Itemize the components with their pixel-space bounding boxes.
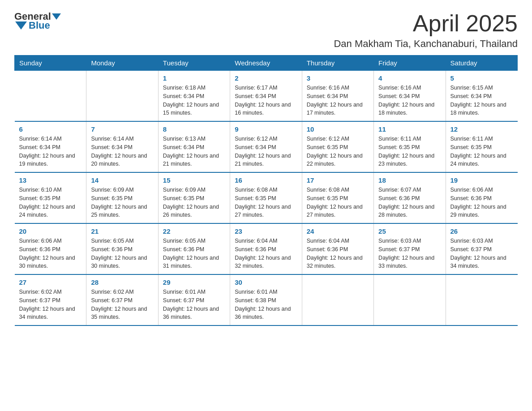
day-info: Sunrise: 6:05 AMSunset: 6:36 PMDaylight:… [91, 237, 153, 270]
day-info: Sunrise: 6:17 AMSunset: 6:34 PMDaylight:… [235, 84, 297, 117]
day-number: 12 [450, 125, 513, 133]
day-number: 3 [307, 74, 369, 82]
logo-triangle-icon [15, 21, 27, 30]
day-info: Sunrise: 6:02 AMSunset: 6:37 PMDaylight:… [19, 288, 82, 321]
day-info: Sunrise: 6:16 AMSunset: 6:34 PMDaylight:… [307, 84, 369, 117]
day-number: 14 [91, 176, 153, 184]
day-number: 7 [91, 125, 153, 133]
column-header-friday: Friday [374, 56, 446, 71]
month-title: April 2025 [334, 11, 518, 36]
calendar-cell: 14Sunrise: 6:09 AMSunset: 6:35 PMDayligh… [86, 172, 158, 223]
day-number: 23 [235, 227, 297, 235]
calendar-cell: 13Sunrise: 6:10 AMSunset: 6:35 PMDayligh… [15, 172, 86, 223]
day-number: 29 [163, 278, 225, 286]
logo: General Blue [14, 11, 62, 31]
title-block: April 2025 Dan Makham Tia, Kanchanaburi,… [334, 11, 518, 50]
calendar-cell: 16Sunrise: 6:08 AMSunset: 6:35 PMDayligh… [230, 172, 302, 223]
calendar-week-1: 1Sunrise: 6:18 AMSunset: 6:34 PMDaylight… [15, 71, 518, 122]
calendar-body: 1Sunrise: 6:18 AMSunset: 6:34 PMDaylight… [15, 71, 518, 326]
day-info: Sunrise: 6:15 AMSunset: 6:34 PMDaylight:… [450, 84, 513, 117]
day-number: 8 [163, 125, 225, 133]
day-info: Sunrise: 6:01 AMSunset: 6:38 PMDaylight:… [235, 288, 297, 321]
day-info: Sunrise: 6:12 AMSunset: 6:34 PMDaylight:… [235, 135, 297, 168]
calendar-cell: 5Sunrise: 6:15 AMSunset: 6:34 PMDaylight… [446, 71, 517, 122]
day-number: 13 [19, 176, 82, 184]
day-info: Sunrise: 6:09 AMSunset: 6:35 PMDaylight:… [163, 186, 225, 219]
day-number: 6 [19, 125, 82, 133]
calendar-cell: 18Sunrise: 6:07 AMSunset: 6:36 PMDayligh… [374, 172, 446, 223]
column-header-wednesday: Wednesday [230, 56, 302, 71]
day-number: 28 [91, 278, 153, 286]
calendar-cell: 22Sunrise: 6:05 AMSunset: 6:36 PMDayligh… [158, 223, 230, 274]
column-header-saturday: Saturday [446, 56, 517, 71]
day-info: Sunrise: 6:11 AMSunset: 6:35 PMDaylight:… [378, 135, 441, 168]
day-info: Sunrise: 6:16 AMSunset: 6:34 PMDaylight:… [378, 84, 441, 117]
calendar-cell [15, 71, 86, 122]
day-info: Sunrise: 6:03 AMSunset: 6:37 PMDaylight:… [450, 237, 513, 270]
day-info: Sunrise: 6:09 AMSunset: 6:35 PMDaylight:… [91, 186, 153, 219]
day-number: 22 [163, 227, 225, 235]
day-number: 4 [378, 74, 441, 82]
calendar-week-4: 20Sunrise: 6:06 AMSunset: 6:36 PMDayligh… [15, 223, 518, 274]
calendar-cell [302, 274, 373, 325]
day-number: 15 [163, 176, 225, 184]
column-header-sunday: Sunday [15, 56, 86, 71]
calendar-cell: 7Sunrise: 6:14 AMSunset: 6:34 PMDaylight… [86, 121, 158, 172]
day-number: 25 [378, 227, 441, 235]
calendar-cell: 25Sunrise: 6:03 AMSunset: 6:37 PMDayligh… [374, 223, 446, 274]
calendar-cell [446, 274, 517, 325]
day-number: 24 [307, 227, 369, 235]
calendar-cell: 9Sunrise: 6:12 AMSunset: 6:34 PMDaylight… [230, 121, 302, 172]
calendar-cell: 1Sunrise: 6:18 AMSunset: 6:34 PMDaylight… [158, 71, 230, 122]
day-info: Sunrise: 6:04 AMSunset: 6:36 PMDaylight:… [235, 237, 297, 270]
calendar-cell: 3Sunrise: 6:16 AMSunset: 6:34 PMDaylight… [302, 71, 373, 122]
calendar-week-2: 6Sunrise: 6:14 AMSunset: 6:34 PMDaylight… [15, 121, 518, 172]
day-info: Sunrise: 6:11 AMSunset: 6:35 PMDaylight:… [450, 135, 513, 168]
calendar-week-3: 13Sunrise: 6:10 AMSunset: 6:35 PMDayligh… [15, 172, 518, 223]
calendar-cell: 2Sunrise: 6:17 AMSunset: 6:34 PMDaylight… [230, 71, 302, 122]
calendar-header: SundayMondayTuesdayWednesdayThursdayFrid… [15, 56, 518, 71]
calendar-cell: 20Sunrise: 6:06 AMSunset: 6:36 PMDayligh… [15, 223, 86, 274]
calendar-cell: 11Sunrise: 6:11 AMSunset: 6:35 PMDayligh… [374, 121, 446, 172]
calendar-cell: 27Sunrise: 6:02 AMSunset: 6:37 PMDayligh… [15, 274, 86, 325]
day-number: 27 [19, 278, 82, 286]
calendar-cell [374, 274, 446, 325]
calendar-cell: 8Sunrise: 6:13 AMSunset: 6:34 PMDaylight… [158, 121, 230, 172]
calendar-cell: 17Sunrise: 6:08 AMSunset: 6:35 PMDayligh… [302, 172, 373, 223]
calendar-cell: 19Sunrise: 6:06 AMSunset: 6:36 PMDayligh… [446, 172, 517, 223]
day-number: 2 [235, 74, 297, 82]
day-info: Sunrise: 6:03 AMSunset: 6:37 PMDaylight:… [378, 237, 441, 270]
day-number: 1 [163, 74, 225, 82]
calendar-cell: 10Sunrise: 6:12 AMSunset: 6:35 PMDayligh… [302, 121, 373, 172]
calendar-cell: 30Sunrise: 6:01 AMSunset: 6:38 PMDayligh… [230, 274, 302, 325]
calendar-cell: 6Sunrise: 6:14 AMSunset: 6:34 PMDaylight… [15, 121, 86, 172]
calendar-cell: 15Sunrise: 6:09 AMSunset: 6:35 PMDayligh… [158, 172, 230, 223]
calendar-cell: 29Sunrise: 6:01 AMSunset: 6:37 PMDayligh… [158, 274, 230, 325]
day-number: 16 [235, 176, 297, 184]
calendar-cell: 26Sunrise: 6:03 AMSunset: 6:37 PMDayligh… [446, 223, 517, 274]
day-info: Sunrise: 6:04 AMSunset: 6:36 PMDaylight:… [307, 237, 369, 270]
column-header-monday: Monday [86, 56, 158, 71]
calendar-cell: 4Sunrise: 6:16 AMSunset: 6:34 PMDaylight… [374, 71, 446, 122]
calendar-cell: 23Sunrise: 6:04 AMSunset: 6:36 PMDayligh… [230, 223, 302, 274]
calendar-table: SundayMondayTuesdayWednesdayThursdayFrid… [14, 55, 518, 326]
day-info: Sunrise: 6:07 AMSunset: 6:36 PMDaylight:… [378, 186, 441, 219]
day-number: 11 [378, 125, 441, 133]
day-info: Sunrise: 6:14 AMSunset: 6:34 PMDaylight:… [91, 135, 153, 168]
day-number: 20 [19, 227, 82, 235]
day-info: Sunrise: 6:06 AMSunset: 6:36 PMDaylight:… [450, 186, 513, 219]
day-number: 30 [235, 278, 297, 286]
day-info: Sunrise: 6:06 AMSunset: 6:36 PMDaylight:… [19, 237, 82, 270]
calendar-cell [86, 71, 158, 122]
column-header-thursday: Thursday [302, 56, 373, 71]
day-info: Sunrise: 6:14 AMSunset: 6:34 PMDaylight:… [19, 135, 82, 168]
day-number: 18 [378, 176, 441, 184]
calendar-header-row: SundayMondayTuesdayWednesdayThursdayFrid… [15, 56, 518, 71]
day-info: Sunrise: 6:13 AMSunset: 6:34 PMDaylight:… [163, 135, 225, 168]
day-info: Sunrise: 6:18 AMSunset: 6:34 PMDaylight:… [163, 84, 225, 117]
logo-arrow-icon [52, 13, 61, 20]
calendar-cell: 28Sunrise: 6:02 AMSunset: 6:37 PMDayligh… [86, 274, 158, 325]
calendar-cell: 21Sunrise: 6:05 AMSunset: 6:36 PMDayligh… [86, 223, 158, 274]
day-info: Sunrise: 6:01 AMSunset: 6:37 PMDaylight:… [163, 288, 225, 321]
day-info: Sunrise: 6:12 AMSunset: 6:35 PMDaylight:… [307, 135, 369, 168]
